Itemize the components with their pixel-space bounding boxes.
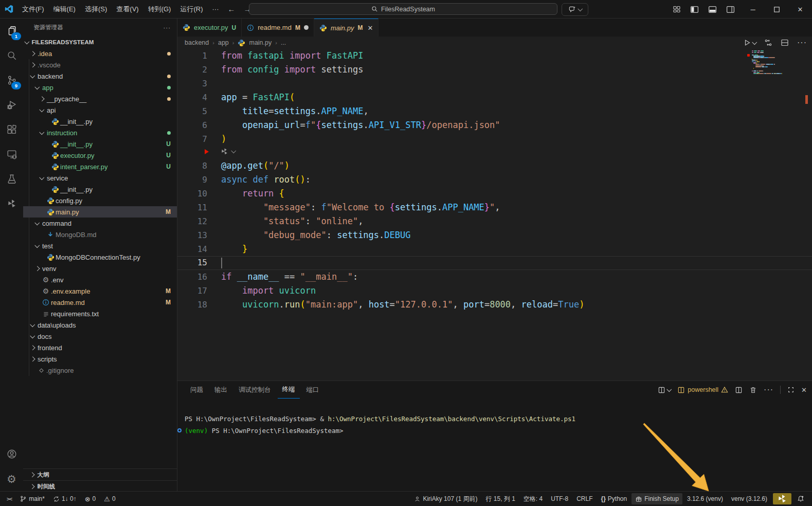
tree-item-instruction[interactable]: instruction [23,127,177,138]
toggle-panel-icon[interactable] [708,5,717,14]
tree-item-requirements.txt[interactable]: requirements.txt [23,308,177,319]
kilo-codelens-button[interactable] [220,147,236,156]
code-line-5[interactable]: 5 title=settings.APP_NAME, [177,104,812,118]
code-line-9[interactable]: 9async def root(): [177,173,812,187]
tree-item-frontend[interactable]: frontend [23,342,177,353]
status-problems-warnings[interactable]: ⚠0 [100,493,119,504]
tree-item-test[interactable]: test [23,240,177,251]
code-line-1[interactable]: 1from fastapi import FastAPI [177,49,812,63]
maximize-panel-icon[interactable] [787,386,795,393]
status-cursor-position[interactable]: 行 15, 列 1 [482,493,518,504]
menu-overflow[interactable]: ··· [207,3,223,16]
activity-item-kilo-code[interactable] [0,191,23,216]
tree-item-.idea[interactable]: .idea [23,48,177,59]
breadcrumb[interactable]: backend›app›main.py›... [177,37,812,49]
tree-item-data-uploads[interactable]: data\uploads [23,319,177,331]
tree-item-.env[interactable]: ⚙.env [23,274,177,285]
status-remote[interactable]: >< [3,493,15,504]
panel-tab-问题[interactable]: 问题 [186,381,208,399]
status-finish-setup[interactable]: Finish Setup [631,493,682,504]
editor-tab-main.py[interactable]: main.pyM✕ [314,19,378,37]
menu-3[interactable]: 查看(V) [112,3,143,16]
activity-item-extensions[interactable] [0,117,23,142]
tree-item-executor.py[interactable]: executor.pyU [23,150,177,161]
breadcrumb-item[interactable]: main.py [249,39,272,46]
command-center-search[interactable]: FilesReadSysteam [249,3,557,15]
toggle-secondary-sidebar-icon[interactable] [726,5,735,14]
breadcrumb-item[interactable]: backend [185,39,209,46]
timeline-section[interactable]: 时间线 [23,480,177,492]
tree-item-.env.example[interactable]: ⚙.env.exampleM [23,285,177,297]
outline-section[interactable]: 大纲 [23,468,177,480]
tree-item--init-.py[interactable]: __init__.py [23,116,177,127]
tree-item-service[interactable]: service [23,172,177,184]
activity-item-accounts[interactable] [0,442,23,466]
tree-item--pycache-[interactable]: __pycache__ [23,93,177,104]
status-python-interpreter[interactable]: 3.12.6 (venv) [683,493,727,504]
terminal-content[interactable]: PS H:\OwnProject\FilesReadSysteam> & h:\… [179,413,575,437]
tree-item-backend[interactable]: backend [23,70,177,82]
panel-more-actions-icon[interactable]: ··· [764,385,773,394]
close-tab-icon[interactable]: ✕ [367,24,373,32]
editor-scrollbar[interactable] [805,49,812,381]
code-line-7[interactable]: 7) [177,132,812,146]
status-eol[interactable]: CRLF [573,493,596,504]
terminal-launch-profile-button[interactable] [658,386,671,394]
toggle-primary-sidebar-icon[interactable] [690,5,699,14]
minimap[interactable] [752,50,799,80]
code-line-2[interactable]: 2from config import settings [177,63,812,77]
maximize-button[interactable] [765,0,788,19]
editor-tab-executor.py[interactable]: executor.pyU [177,19,242,37]
tree-item-command[interactable]: command [23,218,177,229]
tree-item-mongodb.md[interactable]: MongoDB.md [23,229,177,240]
tree-item-app[interactable]: app [23,82,177,93]
tree-item-venv[interactable]: venv [23,263,177,274]
status-git-blame[interactable]: KiriAky 107 (1 周前) [410,493,481,504]
status-git-sync[interactable]: 1↓ 0↑ [49,493,80,504]
explorer-root-section[interactable]: FILESREADSYSTEAM [23,37,177,48]
breadcrumb-item[interactable]: app [218,39,229,46]
menu-1[interactable]: 编辑(E) [49,3,80,16]
code-line-11[interactable]: 11 "message": f"Welcome to {settings.APP… [177,201,812,214]
status-kilo-code-status[interactable] [773,493,791,504]
panel-tab-输出[interactable]: 输出 [210,381,232,399]
code-line-18[interactable]: 18 uvicorn.run("main:app", host="127.0.0… [177,298,812,312]
status-indentation[interactable]: 空格: 4 [520,493,546,504]
code-line-16[interactable]: 16if __name__ == "__main__": [177,270,812,284]
code-line-3[interactable]: 3 [177,77,812,91]
tree-item-docs[interactable]: docs [23,331,177,342]
code-line-12[interactable]: 12 "status": "online", [177,214,812,228]
panel-tab-端口[interactable]: 端口 [302,381,324,399]
tree-item-mongodbconnectiontest.py[interactable]: MongoDBConnectionTest.py [23,251,177,263]
kill-terminal-icon[interactable] [749,386,757,394]
tree-item-config.py[interactable]: config.py [23,195,177,206]
copilot-chat-button[interactable] [562,3,588,16]
menu-2[interactable]: 选择(S) [80,3,112,16]
activity-item-source-control[interactable]: 9 [0,68,23,93]
minimize-button[interactable]: ─ [741,0,765,19]
status-language-mode[interactable]: {}Python [598,493,631,504]
tree-item-scripts[interactable]: scripts [23,353,177,365]
code-line-6[interactable]: 6 openapi_url=f"{settings.API_V1_STR}/op… [177,118,812,132]
code-line-15[interactable]: 15 [177,256,812,270]
status-notifications[interactable] [793,493,808,504]
activity-item-search[interactable] [0,43,23,68]
status-git-branch[interactable]: main* [16,493,48,504]
tree-item-main.py[interactable]: main.pyM [23,206,177,218]
tree-item-intent-parser.py[interactable]: intent_parser.pyU [23,161,177,172]
code-line-17[interactable]: 17 import uvicorn [177,284,812,298]
tree-item--init-.py[interactable]: __init__.py [23,184,177,195]
editor-tab-readme.md[interactable]: readme.mdM [242,19,314,37]
status-python-env[interactable]: venv (3.12.6) [728,493,771,504]
menu-5[interactable]: 运行(R) [175,3,207,16]
activity-item-remote-explorer[interactable] [0,142,23,167]
nav-back-icon[interactable]: ← [223,5,239,13]
tree-item-.gitignore[interactable]: .gitignore [23,365,177,376]
tree-item-.vscode[interactable]: .vscode [23,59,177,70]
split-terminal-icon[interactable] [735,386,743,394]
code-line-14[interactable]: 14 } [177,242,812,256]
close-panel-icon[interactable]: ✕ [801,386,807,394]
status-problems-errors[interactable]: ⊗0 [81,493,100,504]
command-decoration-icon[interactable] [177,428,182,432]
code-line-4[interactable]: 4app = FastAPI( [177,91,812,104]
